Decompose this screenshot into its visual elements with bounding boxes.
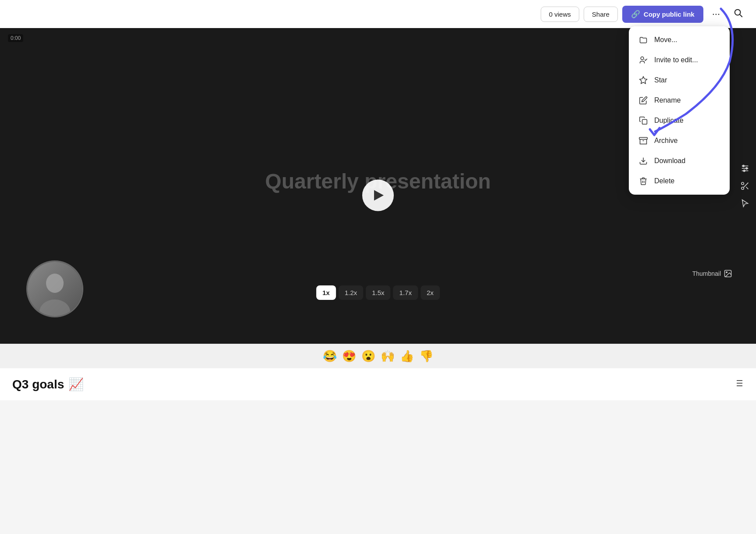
svg-line-18 [743,183,748,188]
folder-icon [638,36,648,44]
list-view-button[interactable] [733,378,744,391]
dropdown-menu: Move... Invite to edit... Star Rename Du… [629,26,730,195]
bottom-section: Q3 goals 📈 [0,368,756,400]
list-icon [733,378,744,388]
duplicate-icon [638,116,648,125]
svg-point-2 [641,57,644,60]
star-label: Star [654,76,667,84]
emoji-bar: 😂 😍 😮 🙌 👍 👎 [0,344,756,368]
cursor-icon[interactable] [740,199,750,208]
copy-link-label: Copy public link [644,11,695,18]
archive-label: Archive [654,137,678,145]
more-button[interactable]: ··· [708,6,724,22]
menu-item-delete[interactable]: Delete [629,171,730,191]
speed-2x[interactable]: 2x [421,285,440,300]
menu-item-archive[interactable]: Archive [629,131,730,151]
page-title-text: Q3 goals [12,377,64,392]
page-title-emoji: 📈 [68,377,84,392]
avatar-image [28,262,82,316]
svg-point-15 [743,170,745,172]
share-button[interactable]: Share [584,7,618,22]
emoji-thumbsup[interactable]: 👍 [400,349,414,363]
speed-1-2x[interactable]: 1.2x [339,285,363,300]
speed-1x[interactable]: 1x [316,285,336,300]
menu-item-star[interactable]: Star [629,70,730,90]
trash-icon [638,177,648,185]
star-icon [638,76,648,85]
search-icon [733,8,743,18]
speed-1-5x[interactable]: 1.5x [366,285,390,300]
invite-icon [638,56,648,64]
download-label: Download [654,157,685,165]
views-button[interactable]: 0 views [541,7,579,22]
copy-link-button[interactable]: 🔗 Copy public link [622,6,703,23]
move-label: Move... [654,36,677,44]
svg-line-1 [740,14,742,17]
svg-point-14 [746,167,748,169]
rename-label: Rename [654,96,681,104]
menu-item-download[interactable]: Download [629,151,730,171]
play-button[interactable] [362,180,394,211]
pencil-icon [638,96,648,105]
svg-point-9 [39,299,70,316]
emoji-thumbsdown[interactable]: 👎 [419,349,433,363]
menu-item-duplicate[interactable]: Duplicate [629,110,730,131]
svg-point-16 [742,182,744,185]
more-dots-icon: ··· [712,8,720,20]
menu-item-rename[interactable]: Rename [629,90,730,110]
emoji-raise[interactable]: 🙌 [381,349,395,363]
emoji-love[interactable]: 😍 [342,349,356,363]
avatar-overlay [26,260,83,317]
video-timestamp: 0:00 [8,34,23,42]
svg-marker-3 [640,77,647,84]
page-title: Q3 goals 📈 [12,377,84,392]
emoji-laugh[interactable]: 😂 [323,349,337,363]
menu-item-invite[interactable]: Invite to edit... [629,50,730,70]
invite-label: Invite to edit... [654,56,698,64]
svg-line-19 [746,187,748,189]
delete-label: Delete [654,177,674,185]
adjustments-icon[interactable] [740,164,750,173]
search-button[interactable] [729,5,747,23]
emoji-wow[interactable]: 😮 [361,349,375,363]
speed-controls: 1x 1.2x 1.5x 1.7x 2x [316,285,440,300]
svg-point-17 [742,187,744,190]
right-toolbar [740,164,750,208]
svg-rect-5 [639,138,647,139]
speed-1-7x[interactable]: 1.7x [393,285,418,300]
svg-point-21 [726,272,727,273]
menu-item-move[interactable]: Move... [629,30,730,50]
top-bar: 0 views Share 🔗 Copy public link ··· Mov… [0,0,756,28]
scissors-icon[interactable] [740,181,750,191]
download-icon [638,157,648,165]
duplicate-label: Duplicate [654,117,684,125]
thumbnail-label: Thumbnail [692,269,732,278]
svg-point-13 [743,165,745,167]
svg-point-8 [46,274,64,293]
archive-icon [638,136,648,145]
svg-rect-4 [642,120,647,125]
link-icon: 🔗 [631,10,640,19]
